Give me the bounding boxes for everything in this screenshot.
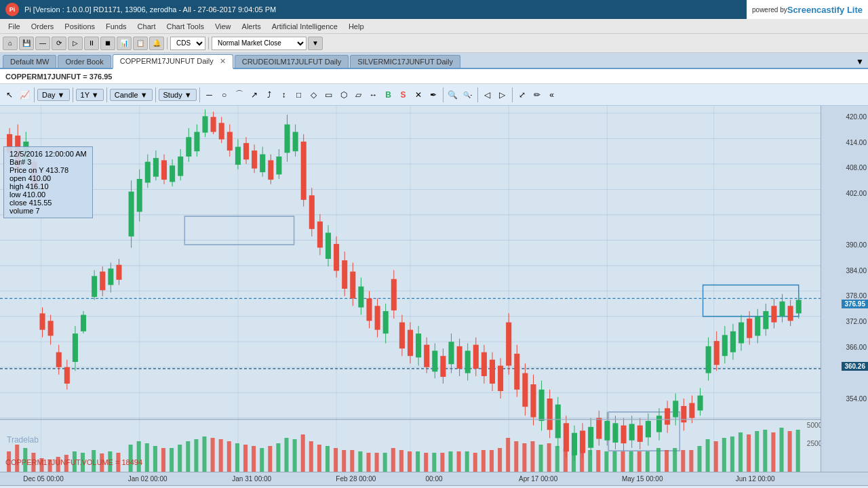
svg-rect-87 xyxy=(268,160,273,180)
tab-order-book[interactable]: Order Book xyxy=(58,55,111,68)
statusbar: 3 Interactive Broadcast xyxy=(0,485,868,488)
menu-view[interactable]: View xyxy=(210,21,237,32)
diamond-tool[interactable]: ◇ xyxy=(307,88,321,102)
tb-btn-9[interactable]: 📋 xyxy=(133,37,148,50)
svg-rect-66 xyxy=(186,137,191,157)
svg-rect-85 xyxy=(260,155,265,172)
svg-rect-314 xyxy=(796,430,800,472)
svg-rect-62 xyxy=(170,165,175,182)
svg-rect-119 xyxy=(399,323,405,349)
svg-rect-205 xyxy=(747,319,752,338)
tab-copper-close[interactable]: ✕ xyxy=(220,57,226,65)
svg-rect-307 xyxy=(738,432,743,472)
zoom-out-icon[interactable]: 🔍- xyxy=(461,88,475,102)
svg-rect-243 xyxy=(211,438,215,472)
svg-rect-236 xyxy=(153,446,157,472)
buy-label[interactable]: B xyxy=(382,88,395,102)
tb-btn-7[interactable]: ⏹ xyxy=(100,37,115,50)
menu-positions[interactable]: Positions xyxy=(59,21,100,32)
arc-tool[interactable]: ⌒ xyxy=(233,88,246,102)
svg-rect-207 xyxy=(755,317,760,336)
menu-alerts[interactable]: Alerts xyxy=(237,21,267,32)
tb-btn-3[interactable]: — xyxy=(35,37,50,50)
tb-btn-10[interactable]: 🔔 xyxy=(149,37,164,50)
timeframe-dropdown[interactable]: Day ▼ xyxy=(37,89,70,101)
curve-tool[interactable]: ⤴ xyxy=(262,88,276,102)
svg-rect-246 xyxy=(235,443,239,472)
tb-btn-8[interactable]: 📊 xyxy=(117,37,132,50)
menu-file[interactable]: File xyxy=(3,21,26,32)
chart-cursor-icon[interactable]: ↖ xyxy=(3,88,16,102)
arrow-tool[interactable]: ↗ xyxy=(248,88,261,102)
svg-rect-302 xyxy=(698,446,702,472)
rect-tool[interactable]: □ xyxy=(292,88,306,102)
svg-rect-251 xyxy=(276,443,280,472)
tab-bar: Default MW Order Book COPPERM17JUNFUT Da… xyxy=(0,53,868,69)
vertical-tool[interactable]: ↕ xyxy=(277,88,291,102)
order-type-select[interactable]: Normal Market Close xyxy=(212,37,307,50)
svg-rect-239 xyxy=(178,445,182,472)
parallelogram-tool[interactable]: ▱ xyxy=(352,88,366,102)
svg-rect-217 xyxy=(796,300,802,314)
candle-dropdown[interactable]: Candle ▼ xyxy=(110,89,153,101)
svg-rect-279 xyxy=(506,438,510,472)
svg-rect-54 xyxy=(137,179,142,211)
chart-container[interactable]: 12/5/2016 12:00:00 AM Bar# 3 Price on Y … xyxy=(0,106,821,472)
pen-tool[interactable]: ✒ xyxy=(427,88,440,102)
svg-rect-91 xyxy=(284,125,290,153)
svg-rect-241 xyxy=(194,439,198,472)
chart-nav-icon[interactable]: 📈 xyxy=(18,88,31,102)
circle-tool[interactable]: ○ xyxy=(218,88,231,102)
line-tool[interactable]: ─ xyxy=(203,88,216,102)
cross-tool[interactable]: ✕ xyxy=(412,88,425,102)
svg-rect-34 xyxy=(48,321,54,336)
menu-ai[interactable]: Artificial Intelligence xyxy=(267,21,343,32)
tb-btn-4[interactable]: ⟳ xyxy=(52,37,66,50)
menu-orders[interactable]: Orders xyxy=(26,21,60,32)
menu-funds[interactable]: Funds xyxy=(100,21,132,32)
menu-icon[interactable]: « xyxy=(545,88,559,102)
rect2-tool[interactable]: ▭ xyxy=(322,88,336,102)
svg-rect-297 xyxy=(656,448,660,472)
toolbar-separator-1 xyxy=(167,37,167,49)
hex-tool[interactable]: ⬡ xyxy=(337,88,351,102)
tab-default-mw[interactable]: Default MW xyxy=(3,55,56,68)
powered-brand: Screencastify Lite xyxy=(787,5,863,15)
tb-dropdown-arrow[interactable]: ▼ xyxy=(308,37,323,50)
menu-help[interactable]: Help xyxy=(343,21,370,32)
tb-btn-6[interactable]: ⏸ xyxy=(84,37,99,50)
svg-rect-249 xyxy=(260,448,264,472)
exchange-select[interactable]: CDS xyxy=(170,37,205,50)
tb-btn-1[interactable]: ⌂ xyxy=(3,37,18,50)
zoom-in-icon[interactable]: 🔍 xyxy=(446,88,460,102)
period-dropdown[interactable]: 1Y ▼ xyxy=(76,89,104,101)
menu-chart[interactable]: Chart xyxy=(132,21,161,32)
tab-copper[interactable]: COPPERM17JUNFUT Daily ✕ xyxy=(113,54,233,69)
tb-btn-5[interactable]: ▷ xyxy=(68,37,83,50)
svg-rect-60 xyxy=(161,160,167,180)
svg-rect-101 xyxy=(326,232,331,259)
expand-icon[interactable]: ⤢ xyxy=(515,88,529,102)
price-384: 384.00 xyxy=(846,267,867,274)
price-402: 402.00 xyxy=(846,190,867,197)
draw-icon[interactable]: ✏ xyxy=(530,88,544,102)
menu-chart-tools[interactable]: Chart Tools xyxy=(161,21,209,32)
scroll-right-icon[interactable]: ▷ xyxy=(496,88,509,102)
watermark: Tradelab xyxy=(7,435,39,445)
study-dropdown[interactable]: Study ▼ xyxy=(159,89,197,101)
svg-rect-312 xyxy=(780,428,784,472)
svg-rect-68 xyxy=(194,132,199,152)
svg-rect-143 xyxy=(498,366,503,391)
toolbar-separator-2 xyxy=(208,37,209,49)
tb-btn-2[interactable]: 💾 xyxy=(19,37,34,50)
tab-crudeoil[interactable]: CRUDEOILM17JULFUT Daily xyxy=(235,55,349,68)
sell-label[interactable]: S xyxy=(397,88,410,102)
tab-scroll-arrow[interactable]: ▼ xyxy=(852,56,868,68)
ct-sep-1 xyxy=(34,87,35,102)
svg-rect-99 xyxy=(317,222,323,248)
svg-rect-237 xyxy=(161,448,165,472)
tab-silvermic[interactable]: SILVERMIC17JUNFUT Daily xyxy=(350,55,460,68)
svg-rect-40 xyxy=(73,333,78,362)
scroll-left-icon[interactable]: ◁ xyxy=(481,88,494,102)
hline-tool[interactable]: ↔ xyxy=(367,88,380,102)
